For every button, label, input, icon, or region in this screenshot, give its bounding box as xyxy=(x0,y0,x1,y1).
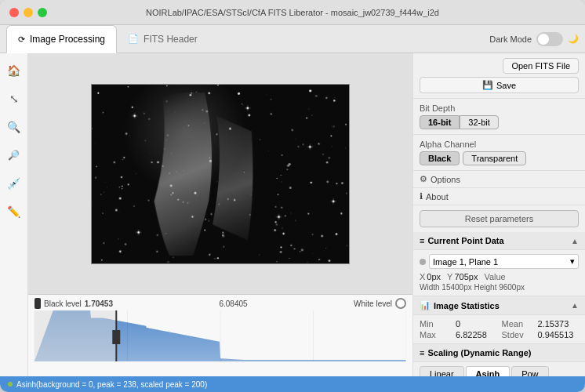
white-level-label: White level xyxy=(354,299,392,308)
tabs-bar: ⟳ Image Processing 📄 FITS Header Dark Mo… xyxy=(0,25,585,53)
min-val: 0 xyxy=(456,319,497,328)
stats-inner: Min 0 Mean 2.15373 Max 6.82258 Stdev 0.9… xyxy=(413,315,585,343)
maximize-button[interactable] xyxy=(38,8,47,17)
current-point-title-wrap: ≡ Current Point Data xyxy=(420,236,504,245)
toggle-knob xyxy=(538,34,549,45)
scaling-icon: ≡ xyxy=(420,348,424,358)
width-label: Width xyxy=(420,283,440,292)
alpha-transparent-button[interactable]: Transparent xyxy=(463,151,526,165)
value-coord: Value xyxy=(484,272,507,281)
max-val: 6.82258 xyxy=(456,330,497,339)
min-label: Min xyxy=(420,319,451,328)
dark-mode-toggle[interactable]: Dark Mode 🌙 xyxy=(489,32,579,46)
sidebar-home-icon[interactable]: 🏠 xyxy=(3,60,25,82)
image-plane-select[interactable]: Image 1, Plane 1 ▾ xyxy=(429,254,579,269)
moon-icon: 🌙 xyxy=(568,34,579,44)
black-level-label: Black level xyxy=(44,299,82,308)
histogram-labels: Black level 1.70453 6.08405 White level xyxy=(35,298,406,309)
bit-depth-group: 16-bit 32-bit xyxy=(420,115,579,129)
info-icon: ℹ xyxy=(420,191,423,201)
dark-mode-switch[interactable] xyxy=(536,32,563,46)
stats-grid: Min 0 Mean 2.15373 Max 6.82258 Stdev 0.9… xyxy=(420,319,579,339)
close-button[interactable] xyxy=(9,8,19,17)
open-save-row: Open FITS File xyxy=(420,58,579,74)
status-text: Asinh(background = 0, peak = 238, scaled… xyxy=(16,380,207,389)
plane-indicator xyxy=(420,259,426,265)
reset-parameters-button[interactable]: Reset parameters xyxy=(420,210,579,227)
plane-name: Image 1, Plane 1 xyxy=(433,257,498,267)
alpha-channel-section: Alpha Channel Black Transparent xyxy=(413,135,585,171)
tab-image-processing-label: Image Processing xyxy=(30,34,105,45)
dark-mode-label: Dark Mode xyxy=(489,34,532,44)
current-point-inner: Image 1, Plane 1 ▾ X 0px Y 705px xyxy=(413,250,585,296)
stdev-val: 0.945513 xyxy=(538,330,580,339)
traffic-lights xyxy=(9,8,47,17)
white-level-group: White level xyxy=(354,298,406,309)
height-label: Height xyxy=(474,283,497,292)
titlebar: NOIRLab/IPAC/ESA/STScI/CfA FITS Liberato… xyxy=(0,0,585,25)
dims-row: Width 15400px Height 9600px xyxy=(420,283,579,292)
stats-chevron-up-icon: ▲ xyxy=(571,301,579,310)
right-top: Open FITS File 💾 Save xyxy=(413,53,585,99)
tab-fits-header-label: FITS Header xyxy=(144,34,198,45)
sidebar-eyedropper-icon[interactable]: 💉 xyxy=(3,172,25,194)
bit-depth-section: Bit Depth 16-bit 32-bit xyxy=(413,99,585,135)
options-link[interactable]: ⚙ Options xyxy=(420,174,579,184)
list-icon: ≡ xyxy=(420,236,424,245)
center-panel: Black level 1.70453 6.08405 White level xyxy=(28,53,412,376)
histogram-mid-value: 6.08405 xyxy=(219,299,247,308)
stats-header: 📊 Image Statistics ▲ xyxy=(413,296,585,315)
tab-image-processing[interactable]: ⟳ Image Processing xyxy=(6,25,117,53)
sidebar-zoom-in-icon[interactable]: 🔍 xyxy=(3,116,25,138)
save-button[interactable]: 💾 Save xyxy=(420,77,579,93)
alpha-channel-label: Alpha Channel xyxy=(420,140,579,149)
window-title: NOIRLab/IPAC/ESA/STScI/CfA FITS Liberato… xyxy=(146,8,439,17)
right-panel: Open FITS File 💾 Save Bit Depth 16-bit 3… xyxy=(412,53,585,376)
bit-depth-16-button[interactable]: 16-bit xyxy=(420,115,460,129)
document-icon: 📄 xyxy=(128,34,139,44)
image-area xyxy=(28,53,412,294)
alpha-channel-group: Black Transparent xyxy=(420,151,579,165)
status-dot xyxy=(8,382,13,387)
tab-fits-header[interactable]: 📄 FITS Header xyxy=(117,25,209,53)
app-window: NOIRLab/IPAC/ESA/STScI/CfA FITS Liberato… xyxy=(0,0,585,392)
black-level-label-group: Black level 1.70453 xyxy=(35,298,113,309)
open-fits-button[interactable]: Open FITS File xyxy=(503,58,579,74)
about-section: ℹ About xyxy=(413,188,585,205)
sidebar-expand-icon[interactable]: ⤡ xyxy=(3,88,25,110)
stats-title: Image Statistics xyxy=(434,301,500,310)
save-icon: 💾 xyxy=(482,80,493,90)
black-level-value: 1.70453 xyxy=(85,299,113,308)
histogram-area: Black level 1.70453 6.08405 White level xyxy=(28,294,412,376)
stats-title-wrap: 📊 Image Statistics xyxy=(420,300,500,310)
gear-icon: ⚙ xyxy=(420,174,427,184)
image-statistics-section: 📊 Image Statistics ▲ Min 0 Mean 2.15373 … xyxy=(413,296,585,344)
bit-depth-label: Bit Depth xyxy=(420,103,579,113)
about-link[interactable]: ℹ About xyxy=(420,191,579,201)
mean-val: 2.15373 xyxy=(538,319,580,328)
image-plane-row: Image 1, Plane 1 ▾ xyxy=(420,254,579,269)
alpha-black-button[interactable]: Black xyxy=(420,151,460,165)
max-label: Max xyxy=(420,330,451,339)
stdev-label: Stdev xyxy=(502,330,533,339)
scaling-tab-asinh[interactable]: Asinh xyxy=(466,366,511,376)
minimize-button[interactable] xyxy=(24,8,33,17)
options-section: ⚙ Options xyxy=(413,171,585,188)
refresh-icon: ⟳ xyxy=(18,34,25,45)
x-coord: X 0px xyxy=(420,272,441,281)
chart-icon: 📊 xyxy=(420,300,431,310)
histogram-canvas-wrap xyxy=(35,310,406,373)
scaling-tab-pow[interactable]: Pow xyxy=(511,366,548,376)
sidebar-zoom-out-icon[interactable]: 🔎 xyxy=(3,144,25,166)
chevron-down-icon: ▾ xyxy=(570,256,575,267)
scaling-title-wrap: ≡ Scaling (Dynamic Range) xyxy=(420,348,531,358)
scaling-title: Scaling (Dynamic Range) xyxy=(427,348,531,358)
scaling-tab-linear[interactable]: Linear xyxy=(420,366,464,376)
sidebar-pencil-icon[interactable]: ✏️ xyxy=(3,201,25,223)
image-canvas xyxy=(92,85,349,263)
chevron-up-icon: ▲ xyxy=(571,237,579,245)
scaling-section: ≡ Scaling (Dynamic Range) Linear Asinh P… xyxy=(413,344,585,376)
status-bar: Asinh(background = 0, peak = 238, scaled… xyxy=(0,376,585,392)
bit-depth-32-button[interactable]: 32-bit xyxy=(460,115,499,129)
fits-image xyxy=(91,84,350,264)
